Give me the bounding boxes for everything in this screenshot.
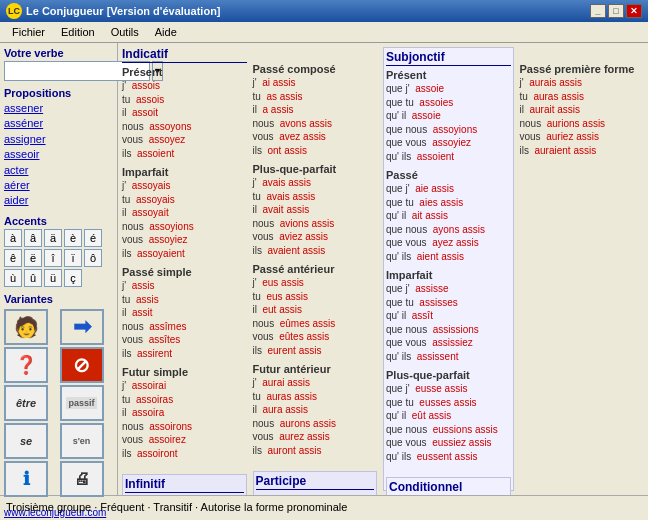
menu-fichier[interactable]: Fichier [4, 24, 53, 40]
accent-a-uml[interactable]: ä [44, 229, 62, 247]
plus-que-parfait-block: Plus-que-parfait j' avais assis tu avais… [253, 163, 378, 257]
menu-aide[interactable]: Aide [147, 24, 185, 40]
info-icon: ℹ [23, 468, 30, 490]
prop-assigner[interactable]: assigner [4, 132, 113, 147]
line: que tu eusses assis [386, 396, 511, 410]
participe-title: Participe [256, 474, 375, 490]
propositions-label: Propositions [4, 87, 113, 99]
subjonctif-passe-block: Passé que j' aie assis que tu aies assis… [386, 169, 511, 263]
accent-e-grave[interactable]: è [64, 229, 82, 247]
line: ils assoiront [122, 447, 247, 461]
line: il assoit [122, 106, 247, 120]
indicatif-futur-simple-title: Futur simple [122, 366, 247, 378]
votre-verbe-section: Votre verbe ▼ [4, 47, 113, 81]
menu-edition[interactable]: Edition [53, 24, 103, 40]
line: que nous ayons assis [386, 223, 511, 237]
accent-e-uml[interactable]: ë [24, 249, 42, 267]
line: j' eus assis [253, 276, 378, 290]
indicatif-futur-simple: Futur simple j' assoirai tu assoiras il … [122, 366, 247, 460]
variantes-section: Variantes 🧑 ➡ ❓ ⊘ être passif [4, 293, 113, 497]
variante-etre-btn[interactable]: être [4, 385, 48, 421]
variante-arrow-btn[interactable]: ➡ [60, 309, 104, 345]
variante-ban-btn[interactable]: ⊘ [60, 347, 104, 383]
variante-sen-btn[interactable]: s'en [60, 423, 104, 459]
accent-u-uml[interactable]: ü [44, 269, 62, 287]
line: tu avais assis [253, 190, 378, 204]
variante-info-btn[interactable]: ℹ [4, 461, 48, 497]
subjonctif-present-title: Présent [386, 69, 511, 81]
title-bar-controls: _ □ ✕ [590, 4, 642, 18]
line: que tu assisses [386, 296, 511, 310]
line: qu' ils assissent [386, 350, 511, 364]
infinitif-title: Infinitif [125, 477, 244, 493]
line: ils avaient assis [253, 244, 378, 258]
line: qu' il eût assis [386, 409, 511, 423]
subjonctif-plusqueparfait-block: Plus-que-parfait que j' eusse assis que … [386, 369, 511, 463]
indicatif-present: Présent j' assois tu assois il assoit no… [122, 66, 247, 160]
passe-compose-section: Passé composé j' ai assis tu as assis il… [253, 63, 378, 463]
line: il avait assis [253, 203, 378, 217]
close-button[interactable]: ✕ [626, 4, 642, 18]
variante-person-btn[interactable]: 🧑 [4, 309, 48, 345]
prop-acter[interactable]: acter [4, 163, 113, 178]
accent-u-grave[interactable]: ù [4, 269, 22, 287]
participe-present-title: Présent [256, 493, 375, 495]
line: ils auront assis [253, 444, 378, 458]
menu-outils[interactable]: Outils [103, 24, 147, 40]
line: que nous assissions [386, 323, 511, 337]
arrow-icon: ➡ [73, 314, 91, 340]
variante-passif-btn[interactable]: passif [60, 385, 104, 421]
line: il eut assis [253, 303, 378, 317]
line: vous assoyiez [122, 233, 247, 247]
accent-e-circ[interactable]: ê [4, 249, 22, 267]
subjonctif-section: Subjonctif Présent que j' assoie que tu … [386, 50, 511, 469]
variante-question-btn[interactable]: ❓ [4, 347, 48, 383]
propositions-section: Propositions assener asséner assigner as… [4, 87, 113, 209]
prop-aider[interactable]: aider [4, 193, 113, 208]
minimize-button[interactable]: _ [590, 4, 606, 18]
accent-a-circ[interactable]: â [24, 229, 42, 247]
votre-verbe-label: Votre verbe [4, 47, 113, 59]
line: j' assoirai [122, 379, 247, 393]
passif-label: passif [66, 397, 96, 409]
ban-icon: ⊘ [73, 353, 90, 377]
line: il a assis [253, 103, 378, 117]
line: que j' aie assis [386, 182, 511, 196]
accent-e-acute[interactable]: é [84, 229, 102, 247]
accent-a-grave[interactable]: à [4, 229, 22, 247]
prop-assener[interactable]: assener [4, 101, 113, 116]
prop-asseoir[interactable]: asseoir [4, 147, 113, 162]
variante-print-btn[interactable]: 🖨 [60, 461, 104, 497]
conjugation-area: Indicatif Présent j' assois tu assois il… [118, 43, 648, 495]
prop-assener2[interactable]: asséner [4, 116, 113, 131]
passe-anterieur-block: Passé antérieur j' eus assis tu eus assi… [253, 263, 378, 357]
line: que vous assoyiez [386, 136, 511, 150]
variantes-label: Variantes [4, 293, 113, 305]
conditionnel-section: Conditionnel Présent j' assoirais tu ass… [386, 477, 511, 495]
accent-i-circ[interactable]: î [44, 249, 62, 267]
accent-u-circ[interactable]: û [24, 269, 42, 287]
futur-anterieur-block: Futur antérieur j' aurai assis tu auras … [253, 363, 378, 457]
variante-se-btn[interactable]: se [4, 423, 48, 459]
indicatif-title: Indicatif [122, 47, 247, 63]
accent-cedille[interactable]: ç [64, 269, 82, 287]
window-title: Le Conjugueur [Version d'évaluation] [26, 5, 221, 17]
line: tu auras assis [520, 90, 645, 104]
line: nous aurions assis [520, 117, 645, 131]
line: tu eus assis [253, 290, 378, 304]
prop-aerer[interactable]: aérer [4, 178, 113, 193]
line: nous assoyions [122, 220, 247, 234]
indicatif-section: Indicatif Présent j' assois tu assois il… [122, 47, 247, 466]
line: vous avez assis [253, 130, 378, 144]
line: nous avons assis [253, 117, 378, 131]
accent-i-uml[interactable]: ï [64, 249, 82, 267]
line: qu' ils aient assis [386, 250, 511, 264]
accents-section: Accents à â ä è é ê ë î ï ô ù û ü ç [4, 215, 113, 287]
line: que j' assisse [386, 282, 511, 296]
line: tu as assis [253, 90, 378, 104]
maximize-button[interactable]: □ [608, 4, 624, 18]
accent-o-circ[interactable]: ô [84, 249, 102, 267]
line: il assoyait [122, 206, 247, 220]
subjonctif-present-block: Présent que j' assoie que tu assoies qu'… [386, 69, 511, 163]
futur-anterieur-title: Futur antérieur [253, 363, 378, 375]
